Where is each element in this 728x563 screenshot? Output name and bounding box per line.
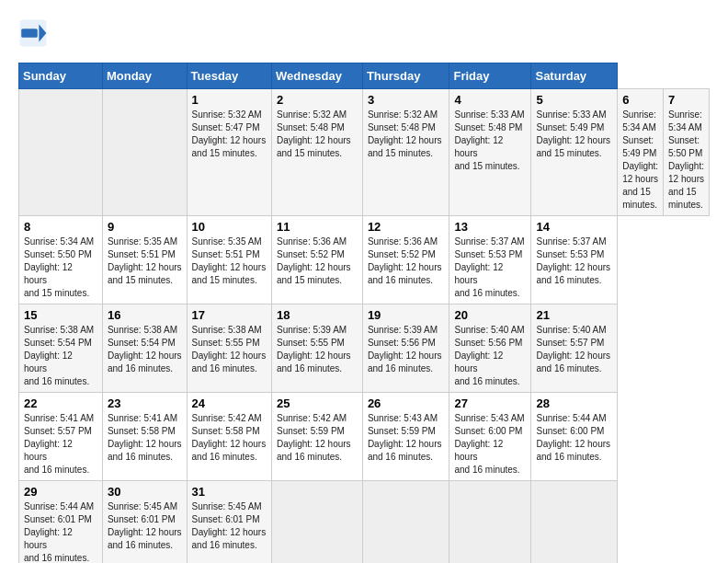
day-cell [531,481,618,564]
day-number: 25 [277,396,358,410]
day-info: Sunrise: 5:43 AMSunset: 6:00 PMDaylight:… [454,413,524,475]
day-number: 18 [277,308,358,322]
day-cell: 26Sunrise: 5:43 AMSunset: 5:59 PMDayligh… [362,393,449,481]
day-info: Sunrise: 5:35 AMSunset: 5:51 PMDaylight:… [108,236,182,285]
day-cell: 18Sunrise: 5:39 AMSunset: 5:55 PMDayligh… [271,304,362,393]
day-info: Sunrise: 5:42 AMSunset: 5:59 PMDaylight:… [277,413,351,462]
week-row-1: 1Sunrise: 5:32 AMSunset: 5:47 PMDaylight… [19,89,710,216]
day-number: 9 [108,220,182,234]
day-number: 22 [24,396,97,410]
day-cell: 31Sunrise: 5:45 AMSunset: 6:01 PMDayligh… [187,481,271,564]
day-info: Sunrise: 5:43 AMSunset: 5:59 PMDaylight:… [368,413,442,462]
col-header-tuesday: Tuesday [187,63,271,89]
day-number: 31 [192,485,267,499]
logo [18,18,51,48]
day-cell [362,481,449,564]
day-cell: 6Sunrise: 5:34 AMSunset: 5:49 PMDaylight… [618,89,664,216]
day-cell: 14Sunrise: 5:37 AMSunset: 5:53 PMDayligh… [531,216,618,304]
day-info: Sunrise: 5:34 AMSunset: 5:50 PMDaylight:… [24,236,94,298]
day-number: 2 [277,93,358,107]
logo-icon [18,18,48,48]
day-cell: 8Sunrise: 5:34 AMSunset: 5:50 PMDaylight… [19,216,103,304]
day-number: 8 [24,220,97,234]
day-info: Sunrise: 5:45 AMSunset: 6:01 PMDaylight:… [192,501,267,550]
day-info: Sunrise: 5:35 AMSunset: 5:51 PMDaylight:… [192,236,267,285]
week-row-5: 29Sunrise: 5:44 AMSunset: 6:01 PMDayligh… [19,481,710,564]
day-info: Sunrise: 5:40 AMSunset: 5:57 PMDaylight:… [536,325,610,373]
day-cell: 17Sunrise: 5:38 AMSunset: 5:55 PMDayligh… [187,304,271,393]
day-cell [19,89,103,216]
day-number: 16 [108,308,182,322]
day-cell: 20Sunrise: 5:40 AMSunset: 5:56 PMDayligh… [449,304,531,393]
day-number: 30 [108,485,182,499]
day-info: Sunrise: 5:34 AMSunset: 5:50 PMDaylight:… [668,109,704,210]
week-row-4: 22Sunrise: 5:41 AMSunset: 5:57 PMDayligh… [19,393,710,481]
day-number: 19 [368,308,445,322]
day-info: Sunrise: 5:33 AMSunset: 5:48 PMDaylight:… [454,109,524,171]
day-number: 24 [192,396,267,410]
day-cell: 1Sunrise: 5:32 AMSunset: 5:47 PMDaylight… [187,89,271,216]
day-info: Sunrise: 5:37 AMSunset: 5:53 PMDaylight:… [536,236,610,285]
day-number: 13 [454,220,526,234]
day-cell: 15Sunrise: 5:38 AMSunset: 5:54 PMDayligh… [19,304,103,393]
day-cell: 12Sunrise: 5:36 AMSunset: 5:52 PMDayligh… [362,216,449,304]
day-info: Sunrise: 5:38 AMSunset: 5:54 PMDaylight:… [108,325,182,373]
day-info: Sunrise: 5:36 AMSunset: 5:52 PMDaylight:… [368,236,442,285]
day-info: Sunrise: 5:41 AMSunset: 5:58 PMDaylight:… [108,413,182,462]
col-header-saturday: Saturday [531,63,618,89]
day-info: Sunrise: 5:45 AMSunset: 6:01 PMDaylight:… [108,501,182,550]
day-number: 10 [192,220,267,234]
day-number: 28 [536,396,612,410]
day-cell: 22Sunrise: 5:41 AMSunset: 5:57 PMDayligh… [19,393,103,481]
day-number: 21 [536,308,612,322]
day-number: 23 [108,396,182,410]
col-header-thursday: Thursday [362,63,449,89]
day-number: 7 [668,93,704,107]
day-number: 14 [536,220,612,234]
day-info: Sunrise: 5:37 AMSunset: 5:53 PMDaylight:… [454,236,524,298]
week-row-3: 15Sunrise: 5:38 AMSunset: 5:54 PMDayligh… [19,304,710,393]
day-cell: 7Sunrise: 5:34 AMSunset: 5:50 PMDaylight… [664,89,710,216]
col-header-friday: Friday [449,63,531,89]
day-cell: 13Sunrise: 5:37 AMSunset: 5:53 PMDayligh… [449,216,531,304]
day-info: Sunrise: 5:41 AMSunset: 5:57 PMDaylight:… [24,413,94,475]
day-cell: 16Sunrise: 5:38 AMSunset: 5:54 PMDayligh… [102,304,187,393]
day-number: 11 [277,220,358,234]
day-number: 1 [192,93,267,107]
day-cell [271,481,362,564]
week-row-2: 8Sunrise: 5:34 AMSunset: 5:50 PMDaylight… [19,216,710,304]
day-cell: 2Sunrise: 5:32 AMSunset: 5:48 PMDaylight… [271,89,362,216]
day-info: Sunrise: 5:44 AMSunset: 6:01 PMDaylight:… [24,501,94,563]
day-cell: 11Sunrise: 5:36 AMSunset: 5:52 PMDayligh… [271,216,362,304]
day-number: 15 [24,308,97,322]
col-header-monday: Monday [102,63,187,89]
day-cell [102,89,187,216]
day-info: Sunrise: 5:32 AMSunset: 5:48 PMDaylight:… [368,109,442,158]
col-header-sunday: Sunday [19,63,103,89]
day-number: 3 [368,93,445,107]
day-cell: 21Sunrise: 5:40 AMSunset: 5:57 PMDayligh… [531,304,618,393]
col-header-wednesday: Wednesday [271,63,362,89]
day-info: Sunrise: 5:39 AMSunset: 5:55 PMDaylight:… [277,325,351,373]
day-cell: 10Sunrise: 5:35 AMSunset: 5:51 PMDayligh… [187,216,271,304]
day-cell: 3Sunrise: 5:32 AMSunset: 5:48 PMDaylight… [362,89,449,216]
day-number: 5 [536,93,612,107]
day-info: Sunrise: 5:40 AMSunset: 5:56 PMDaylight:… [454,325,524,386]
svg-rect-2 [21,29,38,38]
day-number: 26 [368,396,445,410]
day-info: Sunrise: 5:39 AMSunset: 5:56 PMDaylight:… [368,325,442,373]
day-info: Sunrise: 5:38 AMSunset: 5:55 PMDaylight:… [192,325,267,373]
day-number: 29 [24,485,97,499]
day-cell: 9Sunrise: 5:35 AMSunset: 5:51 PMDaylight… [102,216,187,304]
day-cell: 23Sunrise: 5:41 AMSunset: 5:58 PMDayligh… [102,393,187,481]
day-number: 27 [454,396,526,410]
day-cell: 19Sunrise: 5:39 AMSunset: 5:56 PMDayligh… [362,304,449,393]
day-cell [449,481,531,564]
day-cell: 30Sunrise: 5:45 AMSunset: 6:01 PMDayligh… [102,481,187,564]
day-cell: 27Sunrise: 5:43 AMSunset: 6:00 PMDayligh… [449,393,531,481]
day-cell: 25Sunrise: 5:42 AMSunset: 5:59 PMDayligh… [271,393,362,481]
day-info: Sunrise: 5:34 AMSunset: 5:49 PMDaylight:… [622,109,658,210]
day-cell: 28Sunrise: 5:44 AMSunset: 6:00 PMDayligh… [531,393,618,481]
day-cell: 4Sunrise: 5:33 AMSunset: 5:48 PMDaylight… [449,89,531,216]
header [18,18,710,48]
